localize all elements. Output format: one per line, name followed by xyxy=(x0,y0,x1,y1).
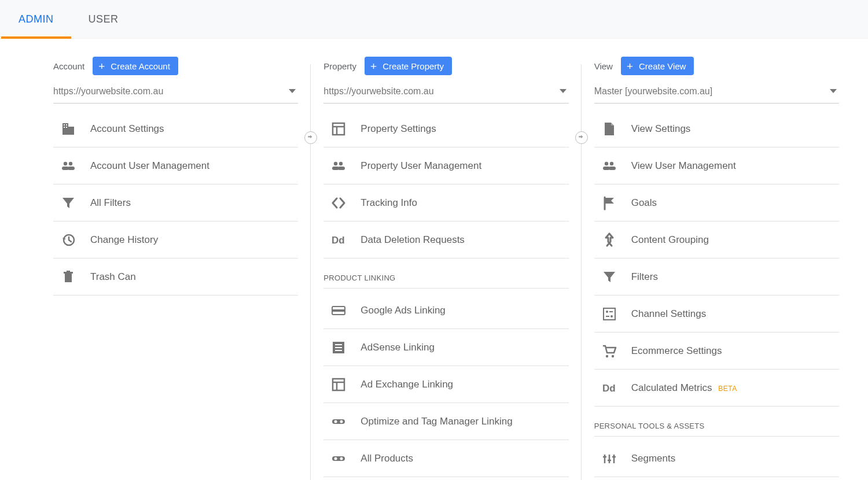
menu-item-label: Filters xyxy=(631,271,658,283)
menu-item-optimize-and-tag-manager-linking[interactable]: Optimize and Tag Manager Linking xyxy=(323,403,568,440)
history-icon xyxy=(60,232,76,248)
menu-item-property-user-management[interactable]: Property User Management xyxy=(323,147,568,184)
menu-item-change-history[interactable]: Change History xyxy=(53,221,298,259)
plus-icon: + xyxy=(98,61,105,72)
file-icon xyxy=(601,121,617,137)
column-divider xyxy=(310,64,311,480)
cart-icon xyxy=(601,343,617,359)
chevron-down-icon xyxy=(560,89,567,93)
filter-icon xyxy=(601,269,617,285)
menu-item-label: Optimize and Tag Manager Linking xyxy=(361,416,512,427)
menu-item-label: Account Settings xyxy=(90,123,164,135)
property-label: Property xyxy=(323,61,356,71)
view-column: View + Create View Master [yourwebsite.c… xyxy=(594,56,839,477)
people-icon xyxy=(60,158,76,174)
menu-item-label: All Filters xyxy=(90,197,131,209)
dd-icon xyxy=(330,232,347,248)
doclist-icon xyxy=(330,339,347,356)
people-icon xyxy=(330,158,347,174)
menu-item-label: Tracking Info xyxy=(361,197,417,209)
menu-item-label: Google Ads Linking xyxy=(361,305,446,316)
create-view-label: Create View xyxy=(639,61,686,71)
menu-item-account-user-management[interactable]: Account User Management xyxy=(53,147,298,184)
menu-item-label: Change History xyxy=(90,234,158,246)
menu-item-tracking-info[interactable]: Tracking Info xyxy=(323,184,568,221)
view-label: View xyxy=(594,61,613,71)
menu-item-ecommerce-settings[interactable]: Ecommerce Settings xyxy=(594,333,839,370)
create-account-button[interactable]: + Create Account xyxy=(93,57,178,75)
account-menu: Account SettingsAccount User ManagementA… xyxy=(53,110,298,296)
trash-icon xyxy=(60,269,76,285)
chevron-down-icon xyxy=(830,89,837,93)
view-dropdown[interactable]: Master [yourwebsite.com.au] xyxy=(594,80,839,104)
link-icon xyxy=(330,413,347,430)
menu-item-label: Ad Exchange Linking xyxy=(361,379,453,390)
section-product-linking: PRODUCT LINKING xyxy=(323,274,568,289)
menu-item-label: View Settings xyxy=(631,123,691,135)
menu-item-all-filters[interactable]: All Filters xyxy=(53,184,298,221)
menu-item-label: Goals xyxy=(631,197,657,209)
dd-icon xyxy=(601,380,617,396)
move-to-property-button[interactable] xyxy=(304,131,317,144)
plus-icon: + xyxy=(627,61,633,72)
layout-icon xyxy=(330,376,347,393)
account-dropdown[interactable]: https://yourwebsite.com.au xyxy=(53,80,298,104)
property-menu: Property SettingsProperty User Managemen… xyxy=(323,110,568,259)
create-view-button[interactable]: + Create View xyxy=(621,57,694,75)
menu-item-view-settings[interactable]: View Settings xyxy=(594,110,839,147)
account-column: Account + Create Account https://yourweb… xyxy=(53,56,298,477)
menu-item-data-deletion-requests[interactable]: Data Deletion Requests xyxy=(323,221,568,259)
menu-item-ad-exchange-linking[interactable]: Ad Exchange Linking xyxy=(323,366,568,403)
merge-icon xyxy=(601,232,617,248)
menu-item-channel-settings[interactable]: Channel Settings xyxy=(594,296,839,333)
menu-item-account-settings[interactable]: Account Settings xyxy=(53,110,298,147)
create-account-label: Create Account xyxy=(111,61,170,71)
filter-icon xyxy=(60,195,76,211)
card-icon xyxy=(330,302,347,319)
account-dropdown-value: https://yourwebsite.com.au xyxy=(53,86,163,97)
menu-item-all-products[interactable]: All Products xyxy=(323,440,568,477)
menu-item-label: Property Settings xyxy=(361,123,436,135)
menu-item-label: All Products xyxy=(361,453,413,464)
column-divider xyxy=(581,64,582,480)
menu-item-label: Content Grouping xyxy=(631,234,709,246)
tab-user[interactable]: USER xyxy=(89,0,119,39)
create-property-button[interactable]: + Create Property xyxy=(365,57,452,75)
plus-icon: + xyxy=(370,61,377,72)
menu-item-label: Account User Management xyxy=(90,160,209,172)
layout-icon xyxy=(330,121,347,137)
menu-item-google-ads-linking[interactable]: Google Ads Linking xyxy=(323,292,568,329)
menu-item-filters[interactable]: Filters xyxy=(594,259,839,296)
menu-item-property-settings[interactable]: Property Settings xyxy=(323,110,568,147)
sliders-icon xyxy=(601,451,617,467)
menu-item-adsense-linking[interactable]: AdSense Linking xyxy=(323,329,568,366)
menu-item-label: Channel Settings xyxy=(631,308,706,320)
view-menu: View SettingsView User ManagementGoalsCo… xyxy=(594,110,839,407)
menu-item-content-grouping[interactable]: Content Grouping xyxy=(594,221,839,259)
code-icon xyxy=(330,195,347,211)
menu-item-label: Calculated Metrics BETA xyxy=(631,382,737,394)
menu-item-label: Ecommerce Settings xyxy=(631,345,722,357)
building-icon xyxy=(60,121,76,137)
chevron-down-icon xyxy=(289,89,296,93)
menu-item-trash-can[interactable]: Trash Can xyxy=(53,259,298,296)
people-icon xyxy=(601,158,617,174)
menu-item-calculated-metrics[interactable]: Calculated Metrics BETA xyxy=(594,370,839,407)
menu-item-view-user-management[interactable]: View User Management xyxy=(594,147,839,184)
personal-tools-menu: Segments xyxy=(594,440,839,477)
section-personal-tools: PERSONAL TOOLS & ASSETS xyxy=(594,422,839,437)
property-dropdown[interactable]: https://yourwebsite.com.au xyxy=(323,80,568,104)
flag-icon xyxy=(601,195,617,211)
menu-item-label: View User Management xyxy=(631,160,736,172)
property-dropdown-value: https://yourwebsite.com.au xyxy=(323,86,433,97)
move-to-view-button[interactable] xyxy=(575,131,588,144)
beta-badge: BETA xyxy=(718,385,737,393)
menu-item-label: Trash Can xyxy=(90,271,136,283)
link-icon xyxy=(330,451,347,467)
menu-item-segments[interactable]: Segments xyxy=(594,440,839,477)
menu-item-label: Segments xyxy=(631,453,676,464)
menu-item-label: AdSense Linking xyxy=(361,342,435,353)
tab-admin[interactable]: ADMIN xyxy=(19,0,54,39)
menu-item-label: Data Deletion Requests xyxy=(361,234,465,246)
menu-item-goals[interactable]: Goals xyxy=(594,184,839,221)
